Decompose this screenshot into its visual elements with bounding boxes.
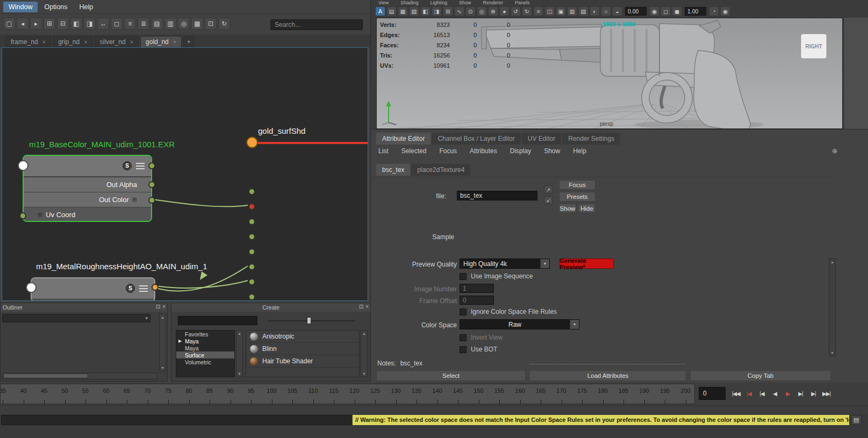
go-to-start-button[interactable]: |◀◀ bbox=[730, 385, 742, 402]
play-backwards-button[interactable]: ◀ bbox=[769, 385, 781, 402]
snap-to-projected-center-icon[interactable]: ◎ bbox=[477, 6, 487, 16]
viewport-menu-item[interactable]: Renderer bbox=[483, 0, 503, 5]
attribute-editor-scrollbar[interactable]: ▲ ▼ bbox=[829, 259, 836, 356]
load-attributes-button[interactable]: Load Attributes bbox=[529, 370, 686, 381]
close-icon[interactable]: × bbox=[130, 39, 133, 45]
exposure-icon[interactable]: ◔ bbox=[709, 6, 719, 16]
snap-to-grid-icon[interactable]: ⊞ bbox=[443, 6, 453, 16]
timeline-tick[interactable]: 110 bbox=[311, 384, 332, 404]
swatch-out-icon[interactable]: ↗ bbox=[544, 185, 553, 193]
tab-bsc-tex[interactable]: bsc_tex bbox=[376, 164, 410, 176]
exposure-field[interactable]: 0.00 bbox=[625, 7, 647, 16]
graph-bidirectional-icon[interactable]: ↔ bbox=[97, 18, 109, 30]
node-metalrough-file[interactable]: S bbox=[31, 277, 155, 301]
tab-render-settings[interactable]: Render Settings bbox=[562, 133, 620, 145]
timeline-tick[interactable]: 50 bbox=[63, 384, 84, 404]
camera-settings-icon[interactable]: ◉ bbox=[720, 6, 730, 16]
timeline-tick[interactable]: 45 bbox=[42, 384, 63, 404]
shader-list-item[interactable]: Anisotropic bbox=[246, 331, 359, 343]
tree-item-volumetric[interactable]: Volumetric bbox=[176, 358, 234, 365]
select-button[interactable]: Select bbox=[376, 370, 526, 381]
scroll-up-icon[interactable]: ▲ bbox=[161, 315, 164, 319]
step-back-key-button[interactable]: |◀ bbox=[756, 385, 768, 402]
transmission-port[interactable] bbox=[248, 293, 255, 300]
layout-horizontal-icon[interactable]: ≡ bbox=[124, 18, 136, 30]
output-port[interactable] bbox=[148, 162, 155, 169]
out-alpha-port[interactable] bbox=[148, 181, 155, 188]
shaded-display-icon[interactable]: ◐ bbox=[590, 6, 600, 16]
select-object-mode-icon[interactable]: ▦ bbox=[398, 6, 408, 16]
timeline-tick[interactable]: 85 bbox=[207, 384, 228, 404]
lighting-toggle-icon[interactable]: ◉ bbox=[649, 6, 659, 16]
construction-history-icon[interactable]: ≡ bbox=[533, 6, 543, 16]
tab-place2dtexture4[interactable]: place2dTexture4 bbox=[411, 164, 470, 176]
current-frame-field[interactable]: 0 bbox=[699, 387, 726, 400]
out-color-port[interactable] bbox=[148, 197, 155, 204]
swatch-in-icon[interactable]: ↙ bbox=[544, 196, 553, 204]
attribute-editor-menu-item[interactable]: Help bbox=[573, 147, 586, 155]
metalness-port[interactable] bbox=[248, 233, 255, 240]
node-output-port[interactable] bbox=[246, 137, 258, 148]
tree-item-surface[interactable]: Surface bbox=[176, 351, 234, 358]
node-gold-surfshd[interactable]: Out Base ⊞ Base Color Diffuse Roughness … bbox=[252, 142, 368, 144]
graph-upstream-icon[interactable]: ◧ bbox=[70, 18, 82, 30]
slider-handle[interactable] bbox=[307, 317, 311, 324]
preview-quality-dropdown[interactable]: High Quality 4k ▾ bbox=[460, 259, 550, 269]
show-button[interactable]: Show bbox=[559, 204, 576, 213]
scroll-down-icon[interactable]: ▼ bbox=[161, 366, 164, 370]
copy-tab-button[interactable]: Copy Tab bbox=[690, 370, 831, 381]
tab-attribute-editor[interactable]: Attribute Editor bbox=[376, 133, 431, 145]
toggle-swatches-icon[interactable]: ⊡ bbox=[205, 18, 217, 30]
attribute-editor-menu-item[interactable]: Selected bbox=[401, 147, 427, 155]
step-forward-key-button[interactable]: ▶| bbox=[794, 385, 807, 402]
timeline-tick[interactable]: 55 bbox=[83, 384, 104, 404]
scroll-up-icon[interactable]: ▲ bbox=[830, 260, 834, 264]
attribute-editor-menu-item[interactable]: List bbox=[378, 147, 389, 155]
snap-to-curve-icon[interactable]: ∿ bbox=[454, 6, 464, 16]
node-header[interactable]: S bbox=[24, 156, 151, 176]
timeline-tick[interactable]: 80 bbox=[187, 384, 208, 404]
timeline-tick[interactable]: 65 bbox=[125, 384, 146, 404]
timeline-tick[interactable]: 40 bbox=[21, 384, 42, 404]
outliner-filter-dropdown[interactable]: ▾ bbox=[2, 314, 150, 322]
remove-from-graph-icon[interactable]: ⊟ bbox=[57, 18, 69, 30]
show-next-graph-icon[interactable]: ▸ bbox=[30, 18, 42, 30]
close-icon[interactable]: × bbox=[162, 304, 166, 310]
frame-all-icon[interactable]: ▦ bbox=[191, 18, 203, 30]
outliner-vertical-scrollbar[interactable]: ▲ ▼ bbox=[159, 314, 166, 371]
play-forwards-button[interactable]: ▶ bbox=[781, 385, 794, 402]
node-editor-canvas[interactable]: m19_BaseColor_MAIN_udim_1001.EXR S Out A… bbox=[2, 47, 368, 301]
color-space-dropdown[interactable]: Raw ▾ bbox=[460, 319, 579, 329]
use-bot-checkbox[interactable]: Use BOT bbox=[460, 346, 497, 353]
render-current-frame-icon[interactable]: ▣ bbox=[556, 6, 566, 16]
menu-window[interactable]: Window bbox=[3, 2, 38, 12]
timeline-tick[interactable]: 70 bbox=[146, 384, 167, 404]
invert-view-checkbox[interactable]: Invert View bbox=[460, 334, 503, 341]
specular-roughness-port[interactable] bbox=[248, 278, 255, 285]
focus-button[interactable]: Focus bbox=[559, 180, 596, 190]
frame-offset-field[interactable]: 0 bbox=[460, 296, 494, 305]
file-name-field[interactable]: bsc_tex bbox=[457, 191, 537, 200]
timeline-tick[interactable]: 60 bbox=[104, 384, 125, 404]
script-editor-icon[interactable]: ▤ bbox=[851, 415, 862, 425]
gamma-field[interactable]: 1.00 bbox=[685, 7, 706, 16]
layout-vertical-icon[interactable]: ≣ bbox=[138, 18, 149, 30]
swatch-size-slider[interactable] bbox=[268, 316, 355, 325]
node-row-out-alpha[interactable]: Out Alpha bbox=[24, 177, 151, 192]
attribute-editor-menu-item[interactable]: Show bbox=[544, 147, 560, 155]
timeline-tick[interactable]: 35 bbox=[1, 384, 21, 404]
tree-scrollbar[interactable]: ▲ ▼ bbox=[236, 330, 243, 377]
range-slider[interactable] bbox=[0, 405, 868, 414]
uv-coord-port[interactable] bbox=[19, 212, 26, 219]
viewport-menu-item[interactable]: Panels bbox=[515, 0, 530, 5]
close-icon[interactable]: × bbox=[84, 39, 87, 45]
select-component-mode-icon[interactable]: ▧ bbox=[409, 6, 419, 16]
attribute-editor-menu-item[interactable]: Display bbox=[510, 147, 531, 155]
step-back-frame-button[interactable]: |◀ bbox=[743, 385, 755, 402]
chevron-down-icon[interactable]: ▾ bbox=[540, 259, 549, 268]
scroll-down-icon[interactable]: ▼ bbox=[362, 372, 366, 376]
add-to-graph-icon[interactable]: ⊞ bbox=[44, 18, 55, 30]
tab-silver-nd[interactable]: silver_nd × bbox=[95, 36, 139, 47]
pin-icon[interactable]: ⊕ bbox=[832, 147, 837, 155]
add-tab-button[interactable]: + bbox=[183, 36, 194, 47]
